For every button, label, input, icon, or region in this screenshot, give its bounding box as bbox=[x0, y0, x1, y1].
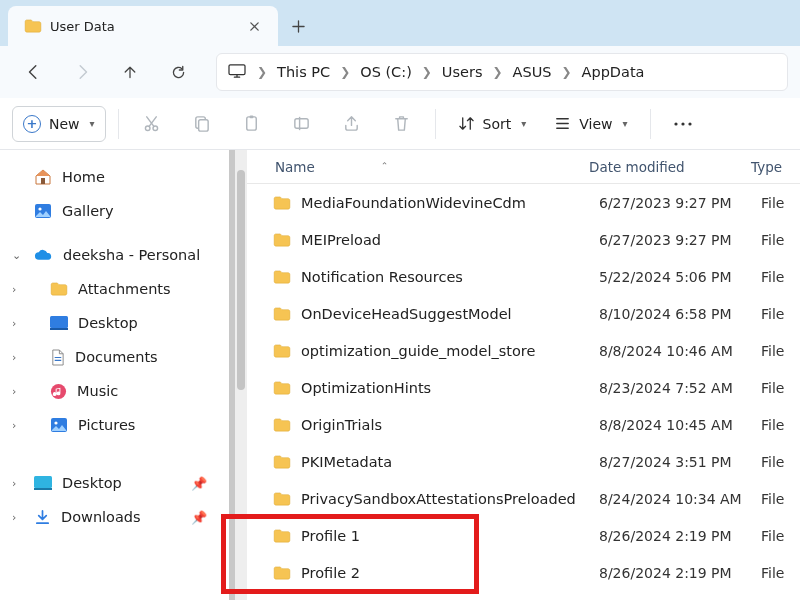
file-name: MediaFoundationWidevineCdm bbox=[301, 195, 599, 211]
sidebar-item-pictures[interactable]: ›Pictures bbox=[6, 408, 225, 442]
file-row[interactable]: OptimizationHints8/23/2024 7:52 AMFile bbox=[257, 369, 800, 406]
chevron-right-icon[interactable]: › bbox=[12, 419, 26, 432]
sidebar-item-documents[interactable]: ›Documents bbox=[6, 340, 225, 374]
new-button[interactable]: + New ▾ bbox=[12, 106, 106, 142]
svg-rect-4 bbox=[199, 120, 209, 131]
desktop-icon bbox=[34, 476, 52, 490]
breadcrumb-appdata[interactable]: AppData bbox=[576, 60, 651, 84]
scrollbar-thumb[interactable] bbox=[237, 170, 245, 390]
paste-button[interactable] bbox=[231, 106, 273, 142]
column-headers: Name ⌃ Date modified Type bbox=[235, 150, 800, 184]
column-name-label: Name bbox=[275, 159, 315, 175]
file-row[interactable]: MEIPreload6/27/2023 9:27 PMFile bbox=[257, 221, 800, 258]
sidebar-item-onedrive[interactable]: ⌄ deeksha - Personal bbox=[6, 238, 225, 272]
forward-button[interactable] bbox=[60, 52, 104, 92]
file-date: 8/10/2024 6:58 PM bbox=[599, 306, 761, 322]
file-row[interactable]: PrivacySandboxAttestationsPreloaded8/24/… bbox=[257, 480, 800, 517]
sidebar-item-label: Attachments bbox=[78, 281, 171, 297]
column-name[interactable]: Name ⌃ bbox=[275, 159, 589, 175]
sidebar-item-label: Documents bbox=[75, 349, 158, 365]
svg-point-18 bbox=[54, 421, 57, 424]
rename-button[interactable] bbox=[281, 106, 323, 142]
file-row[interactable]: MediaFoundationWidevineCdm6/27/2023 9:27… bbox=[257, 184, 800, 221]
folder-icon bbox=[271, 307, 293, 321]
breadcrumb-asus[interactable]: ASUS bbox=[507, 60, 558, 84]
share-button[interactable] bbox=[331, 106, 373, 142]
file-row[interactable]: OriginTrials8/8/2024 10:45 AMFile bbox=[257, 406, 800, 443]
sidebar-quick-downloads[interactable]: ›Downloads📌 bbox=[6, 500, 225, 534]
svg-rect-20 bbox=[34, 488, 52, 490]
sidebar-home-label: Home bbox=[62, 169, 105, 185]
cut-button[interactable] bbox=[131, 106, 173, 142]
pin-icon: 📌 bbox=[191, 476, 207, 491]
titlebar: User Data bbox=[0, 0, 800, 46]
chevron-down-icon[interactable]: ⌄ bbox=[12, 249, 26, 262]
separator bbox=[650, 109, 651, 139]
file-date: 8/27/2024 3:51 PM bbox=[599, 454, 761, 470]
view-label: View bbox=[579, 116, 612, 132]
chevron-right-icon[interactable]: › bbox=[12, 351, 26, 364]
sidebar-item-gallery[interactable]: Gallery bbox=[6, 194, 225, 228]
folder-icon bbox=[271, 381, 293, 395]
back-button[interactable] bbox=[12, 52, 56, 92]
close-tab-icon[interactable] bbox=[246, 18, 262, 34]
chevron-right-icon[interactable]: ❯ bbox=[490, 65, 504, 79]
sort-label: Sort bbox=[483, 116, 512, 132]
chevron-down-icon: ▾ bbox=[90, 118, 95, 129]
window-tab[interactable]: User Data bbox=[8, 6, 278, 46]
sidebar-item-label: Music bbox=[77, 383, 118, 399]
file-type: File bbox=[761, 491, 800, 507]
sidebar-item-label: Desktop bbox=[62, 475, 122, 491]
column-type[interactable]: Type bbox=[751, 159, 800, 175]
breadcrumb-drive[interactable]: OS (C:) bbox=[354, 60, 418, 84]
breadcrumb-users[interactable]: Users bbox=[436, 60, 489, 84]
chevron-right-icon[interactable]: › bbox=[12, 385, 26, 398]
sidebar-item-label: Downloads bbox=[61, 509, 141, 525]
sidebar-item-music[interactable]: ›Music bbox=[6, 374, 225, 408]
sort-button[interactable]: Sort ▾ bbox=[448, 106, 537, 142]
file-name: OnDeviceHeadSuggestModel bbox=[301, 306, 599, 322]
chevron-right-icon[interactable]: › bbox=[12, 511, 26, 524]
delete-button[interactable] bbox=[381, 106, 423, 142]
chevron-right-icon[interactable]: › bbox=[12, 317, 26, 330]
chevron-right-icon[interactable]: ❯ bbox=[420, 65, 434, 79]
scrollbar[interactable] bbox=[235, 150, 247, 600]
refresh-button[interactable] bbox=[156, 52, 200, 92]
copy-button[interactable] bbox=[181, 106, 223, 142]
file-row[interactable]: Profile 18/26/2024 2:19 PMFile bbox=[257, 517, 800, 554]
file-type: File bbox=[761, 306, 800, 322]
nav-row: ❯ This PC ❯ OS (C:) ❯ Users ❯ ASUS ❯ App… bbox=[0, 46, 800, 98]
new-tab-button[interactable] bbox=[278, 6, 318, 46]
sort-indicator-icon: ⌃ bbox=[381, 161, 389, 171]
file-date: 8/24/2024 10:34 AM bbox=[599, 491, 761, 507]
column-date[interactable]: Date modified bbox=[589, 159, 751, 175]
chevron-right-icon[interactable]: ❯ bbox=[559, 65, 573, 79]
up-button[interactable] bbox=[108, 52, 152, 92]
sidebar-item-label: Pictures bbox=[78, 417, 135, 433]
more-button[interactable] bbox=[663, 106, 703, 142]
file-name: OptimizationHints bbox=[301, 380, 599, 396]
file-row[interactable]: Profile 28/26/2024 2:19 PMFile bbox=[257, 554, 800, 591]
chevron-down-icon: ▾ bbox=[623, 118, 628, 129]
file-row[interactable]: optimization_guide_model_store8/8/2024 1… bbox=[257, 332, 800, 369]
file-row[interactable]: PKIMetadata8/27/2024 3:51 PMFile bbox=[257, 443, 800, 480]
file-date: 6/27/2023 9:27 PM bbox=[599, 232, 761, 248]
sidebar-quick-desktop[interactable]: ›Desktop📌 bbox=[6, 466, 225, 500]
chevron-right-icon[interactable]: › bbox=[12, 283, 26, 296]
sidebar-item-home[interactable]: Home bbox=[6, 160, 225, 194]
view-icon bbox=[554, 115, 571, 132]
breadcrumb-this-pc[interactable]: This PC bbox=[271, 60, 336, 84]
file-row[interactable]: OnDeviceHeadSuggestModel8/10/2024 6:58 P… bbox=[257, 295, 800, 332]
view-button[interactable]: View ▾ bbox=[544, 106, 637, 142]
file-name: optimization_guide_model_store bbox=[301, 343, 599, 359]
chevron-right-icon[interactable]: ❯ bbox=[338, 65, 352, 79]
chevron-right-icon[interactable]: › bbox=[12, 477, 26, 490]
chevron-right-icon[interactable]: ❯ bbox=[255, 65, 269, 79]
sidebar-item-attachments[interactable]: ›Attachments bbox=[6, 272, 225, 306]
music-icon bbox=[50, 383, 67, 400]
file-type: File bbox=[761, 528, 800, 544]
sidebar-item-desktop[interactable]: ›Desktop bbox=[6, 306, 225, 340]
address-bar[interactable]: ❯ This PC ❯ OS (C:) ❯ Users ❯ ASUS ❯ App… bbox=[216, 53, 788, 91]
file-row[interactable]: Notification Resources5/22/2024 5:06 PMF… bbox=[257, 258, 800, 295]
file-name: PrivacySandboxAttestationsPreloaded bbox=[301, 491, 599, 507]
